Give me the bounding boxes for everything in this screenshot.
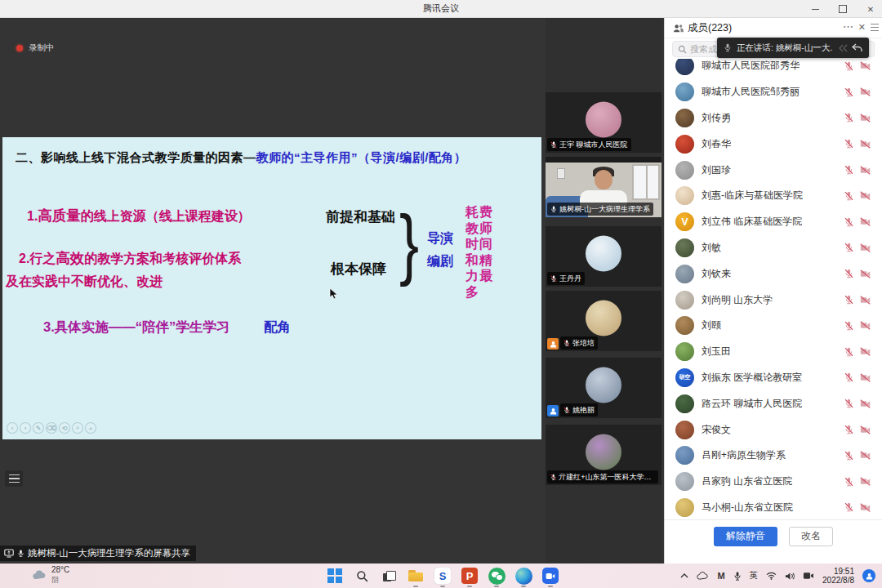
tray-camera-icon[interactable] — [803, 572, 814, 580]
member-camera-muted-icon[interactable] — [860, 114, 871, 122]
member-row[interactable]: 聊城市人民医院邵秀华 — [665, 59, 882, 79]
member-mic-muted-icon[interactable] — [844, 425, 853, 434]
member-mic-muted-icon[interactable] — [844, 139, 853, 149]
member-row[interactable]: 刘传勇 — [665, 105, 882, 131]
member-mic-muted-icon[interactable] — [844, 269, 853, 278]
member-row[interactable]: V刘立伟 临床基础医学院 — [665, 209, 882, 235]
search-icon[interactable] — [352, 566, 372, 586]
rename-button[interactable]: 改名 — [789, 527, 833, 546]
annotation-tool-icon[interactable]: ✎ — [33, 422, 44, 434]
member-row[interactable]: 刘春华 — [665, 131, 882, 157]
member-mic-muted-icon[interactable] — [844, 191, 853, 201]
member-mic-muted-icon[interactable] — [844, 295, 853, 305]
member-camera-muted-icon[interactable] — [860, 61, 871, 70]
member-name: 刘国珍 — [702, 163, 731, 177]
tray-chevron-up-icon[interactable] — [680, 573, 688, 578]
annotation-tool-icon[interactable]: ⟲ — [59, 422, 70, 434]
task-view-icon[interactable] — [379, 566, 399, 586]
member-row[interactable]: 刘敏 — [665, 235, 882, 261]
member-camera-muted-icon[interactable] — [860, 191, 871, 200]
annotation-tool-icon[interactable]: ‹ — [7, 422, 18, 434]
taskbar-clock[interactable]: 19:51 2022/8/8 — [822, 567, 854, 585]
panel-more-icon[interactable]: ⋯ — [843, 20, 854, 33]
unmute-button[interactable]: 解除静音 — [714, 527, 777, 546]
member-mic-muted-icon[interactable] — [844, 61, 853, 71]
file-explorer-icon[interactable] — [406, 566, 425, 586]
member-mic-muted-icon[interactable] — [844, 113, 853, 122]
member-camera-muted-icon[interactable] — [860, 140, 871, 149]
video-tile[interactable]: 王宇 聊城市人民医院 — [546, 92, 662, 153]
member-mic-muted-icon[interactable] — [844, 243, 853, 252]
video-tile[interactable]: 亓建红+山东第一医科大学附属... — [546, 425, 662, 485]
member-name: 刘振东 医学概论教研室 — [702, 371, 802, 385]
panel-close-icon[interactable]: ✕ — [858, 22, 866, 33]
member-camera-muted-icon[interactable] — [860, 166, 871, 175]
member-camera-muted-icon[interactable] — [860, 451, 871, 460]
member-mic-muted-icon[interactable] — [844, 372, 853, 382]
member-camera-muted-icon[interactable] — [860, 347, 871, 356]
member-mic-muted-icon[interactable] — [844, 451, 853, 461]
edge-browser-icon[interactable] — [514, 566, 533, 586]
close-icon[interactable]: ✕ — [864, 2, 877, 16]
annotation-tool-icon[interactable]: › — [20, 422, 31, 434]
member-camera-muted-icon[interactable] — [860, 477, 871, 486]
member-row[interactable]: 路云环 聊城市人民医院 — [665, 390, 882, 416]
slide-list-icon[interactable] — [5, 470, 23, 487]
minimize-icon[interactable] — [808, 2, 822, 16]
member-row[interactable]: 刘国珍 — [665, 157, 882, 183]
member-row[interactable]: 刘钦来 — [665, 261, 882, 287]
member-row[interactable]: 聊城市人民医院邹秀丽 — [665, 79, 882, 105]
annotation-tool-icon[interactable]: ⌫ — [46, 422, 57, 434]
notification-badge-icon[interactable] — [862, 569, 875, 582]
member-row[interactable]: 研空刘振东 医学概论教研室 — [665, 365, 882, 391]
toast-reply-arrow-icon[interactable] — [852, 43, 862, 52]
member-camera-muted-icon[interactable] — [860, 296, 871, 305]
panel-menu-icon[interactable] — [871, 24, 879, 31]
member-camera-muted-icon[interactable] — [860, 425, 871, 434]
member-camera-muted-icon[interactable] — [860, 399, 871, 408]
annotation-tool-icon[interactable]: ＋ — [85, 422, 96, 434]
member-row[interactable]: 马小桐-山东省立医院 — [665, 495, 882, 521]
member-mic-muted-icon[interactable] — [844, 347, 853, 357]
ime-tool-icon[interactable]: M — [717, 571, 724, 581]
window-title: 腾讯会议 — [423, 2, 459, 15]
member-mic-muted-icon[interactable] — [844, 477, 853, 487]
windows-start-icon[interactable] — [325, 566, 345, 586]
member-mic-muted-icon[interactable] — [844, 165, 853, 175]
member-camera-muted-icon[interactable] — [860, 503, 871, 512]
member-mic-muted-icon[interactable] — [844, 217, 853, 227]
member-mic-muted-icon[interactable] — [844, 87, 853, 97]
member-camera-muted-icon[interactable] — [860, 373, 871, 382]
member-row[interactable]: 刘颐 — [665, 313, 882, 339]
member-camera-muted-icon[interactable] — [860, 270, 871, 278]
weather-widget[interactable]: 28°C 阴 — [33, 565, 69, 585]
sogou-input-icon[interactable]: S — [433, 566, 452, 586]
video-tile[interactable]: 姚艳丽 — [546, 358, 662, 418]
onedrive-cloud-icon[interactable] — [697, 572, 709, 580]
member-camera-muted-icon[interactable] — [860, 243, 871, 252]
annotation-tool-icon[interactable]: ⌕ — [72, 422, 83, 434]
tencent-meeting-icon[interactable] — [541, 566, 560, 586]
video-tile[interactable]: 张培培 — [546, 291, 662, 351]
member-row[interactable]: 刘惠-临床与基础医学院 — [665, 183, 882, 209]
member-mic-muted-icon[interactable] — [844, 399, 853, 408]
video-tile[interactable]: 姚树桐-山一大病理生理学系 — [546, 157, 662, 217]
ime-language-indicator[interactable]: 英 — [750, 570, 759, 581]
member-row[interactable]: 刘玉田 — [665, 339, 882, 365]
member-camera-muted-icon[interactable] — [860, 87, 871, 96]
member-row[interactable]: 刘尚明 山东大学 — [665, 287, 882, 313]
member-row[interactable]: 吕刚+病原生物学系 — [665, 443, 882, 469]
maximize-icon[interactable] — [836, 2, 849, 16]
wechat-icon[interactable] — [487, 566, 506, 586]
tray-mic-icon[interactable] — [733, 571, 742, 581]
wifi-icon[interactable] — [766, 572, 777, 580]
video-tile[interactable]: 王丹丹 — [546, 226, 662, 287]
member-camera-muted-icon[interactable] — [860, 321, 871, 330]
member-row[interactable]: 宋俊文 — [665, 416, 882, 443]
member-mic-muted-icon[interactable] — [844, 321, 853, 331]
powerpoint-icon[interactable]: P — [460, 566, 479, 586]
member-mic-muted-icon[interactable] — [844, 502, 853, 512]
member-camera-muted-icon[interactable] — [860, 217, 871, 226]
member-row[interactable]: 吕家驹 山东省立医院 — [665, 469, 882, 495]
speaker-icon[interactable] — [785, 572, 795, 581]
